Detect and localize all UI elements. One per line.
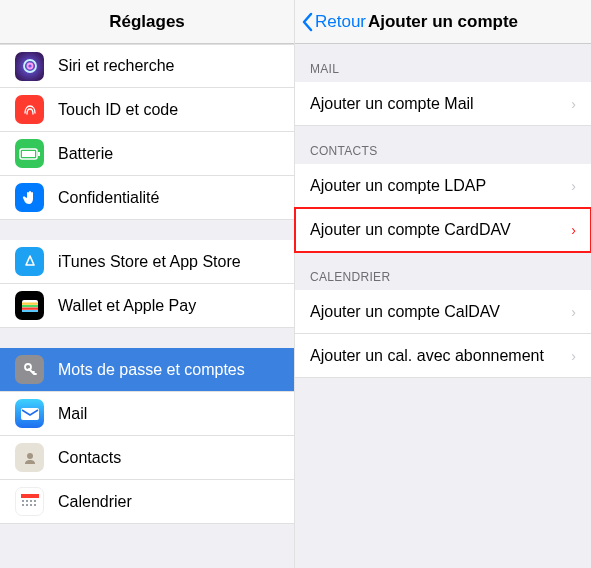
chevron-right-icon: › [571, 178, 576, 194]
hand-icon [15, 183, 44, 212]
svg-rect-8 [22, 307, 38, 309]
svg-rect-4 [22, 151, 35, 157]
svg-rect-21 [34, 504, 36, 506]
svg-rect-14 [22, 500, 24, 502]
chevron-right-icon: › [571, 96, 576, 112]
svg-point-0 [24, 60, 36, 72]
chevron-right-icon: › [571, 222, 576, 238]
svg-point-12 [27, 453, 33, 459]
add-subscribe-calendar[interactable]: Ajouter un cal. avec abonnement › [295, 334, 591, 378]
settings-header: Réglages [0, 0, 294, 44]
svg-rect-9 [22, 310, 38, 312]
add-ldap-account[interactable]: Ajouter un compte LDAP › [295, 164, 591, 208]
add-account-pane: Retour Ajouter un compte MAIL Ajouter un… [295, 0, 591, 568]
chevron-right-icon: › [571, 304, 576, 320]
row-label: Ajouter un cal. avec abonnement [310, 347, 571, 365]
svg-point-1 [27, 64, 32, 69]
add-account-list: MAIL Ajouter un compte Mail › CONTACTS A… [295, 44, 591, 378]
key-icon [15, 355, 44, 384]
svg-rect-16 [30, 500, 32, 502]
svg-rect-19 [26, 504, 28, 506]
settings-list: Siri et recherche Touch ID et code Batte… [0, 44, 294, 524]
add-account-header: Retour Ajouter un compte [295, 0, 591, 44]
settings-row-wallet[interactable]: Wallet et Apple Pay [0, 284, 294, 328]
row-label: Confidentialité [58, 189, 279, 207]
settings-pane: Réglages Siri et recherche Touch ID et c… [0, 0, 295, 568]
settings-row-passwords[interactable]: Mots de passe et comptes [0, 348, 294, 392]
row-label: Ajouter un compte CalDAV [310, 303, 571, 321]
settings-row-siri[interactable]: Siri et recherche [0, 44, 294, 88]
svg-rect-13 [21, 494, 39, 498]
svg-rect-20 [30, 504, 32, 506]
section-header-contacts: CONTACTS [295, 126, 591, 164]
svg-rect-6 [22, 302, 38, 304]
section-header-mail: MAIL [295, 44, 591, 82]
row-label: Touch ID et code [58, 101, 279, 119]
svg-rect-15 [26, 500, 28, 502]
row-label: Siri et recherche [58, 57, 279, 75]
section-header-calendar: CALENDRIER [295, 252, 591, 290]
settings-row-calendar[interactable]: Calendrier [0, 480, 294, 524]
appstore-icon [15, 247, 44, 276]
battery-icon [15, 139, 44, 168]
back-button[interactable]: Retour [301, 0, 366, 44]
calendar-icon [15, 487, 44, 516]
row-label: Batterie [58, 145, 279, 163]
siri-icon [15, 52, 44, 81]
back-label: Retour [315, 12, 366, 32]
mail-icon [15, 399, 44, 428]
settings-row-battery[interactable]: Batterie [0, 132, 294, 176]
wallet-icon [15, 291, 44, 320]
contacts-icon [15, 443, 44, 472]
svg-rect-7 [22, 305, 38, 307]
row-label: Mots de passe et comptes [58, 361, 279, 379]
add-mail-account[interactable]: Ajouter un compte Mail › [295, 82, 591, 126]
add-caldav-account[interactable]: Ajouter un compte CalDAV › [295, 290, 591, 334]
row-label: Ajouter un compte CardDAV [310, 221, 571, 239]
row-label: Mail [58, 405, 279, 423]
settings-row-privacy[interactable]: Confidentialité [0, 176, 294, 220]
svg-rect-18 [22, 504, 24, 506]
row-label: Calendrier [58, 493, 279, 511]
row-label: Ajouter un compte LDAP [310, 177, 571, 195]
chevron-left-icon [301, 12, 313, 32]
row-label: Wallet et Apple Pay [58, 297, 279, 315]
svg-rect-11 [21, 408, 39, 420]
svg-rect-17 [34, 500, 36, 502]
svg-rect-3 [38, 152, 40, 156]
settings-title: Réglages [109, 12, 185, 32]
row-label: Ajouter un compte Mail [310, 95, 571, 113]
fingerprint-icon [15, 95, 44, 124]
settings-row-itunes[interactable]: iTunes Store et App Store [0, 240, 294, 284]
settings-row-mail[interactable]: Mail [0, 392, 294, 436]
add-carddav-account[interactable]: Ajouter un compte CardDAV › [295, 208, 591, 252]
add-account-title: Ajouter un compte [368, 12, 518, 32]
row-label: iTunes Store et App Store [58, 253, 279, 271]
chevron-right-icon: › [571, 348, 576, 364]
settings-row-touchid[interactable]: Touch ID et code [0, 88, 294, 132]
settings-row-contacts[interactable]: Contacts [0, 436, 294, 480]
row-label: Contacts [58, 449, 279, 467]
